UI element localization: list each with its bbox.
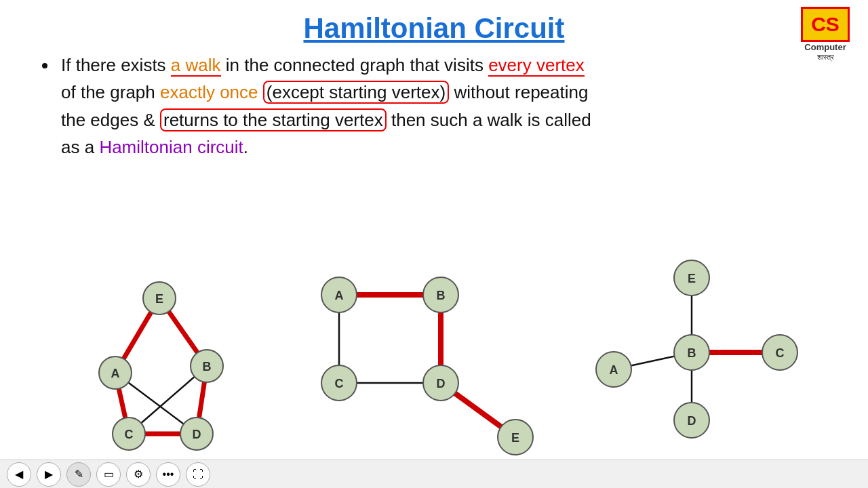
page-title: Hamiltonian Circuit bbox=[303, 12, 564, 44]
svg-text:D: D bbox=[437, 377, 446, 390]
logo-shastra: शास्त्र bbox=[817, 53, 834, 62]
logo-cs-text: CS bbox=[811, 13, 840, 36]
svg-text:A: A bbox=[335, 289, 344, 302]
next-button[interactable]: ▶ bbox=[37, 462, 61, 487]
graph2: A B C D E bbox=[285, 241, 542, 458]
pen-button[interactable]: ✎ bbox=[66, 462, 91, 487]
screen-button[interactable]: ⛶ bbox=[186, 462, 210, 487]
svg-text:E: E bbox=[511, 431, 519, 445]
svg-text:B: B bbox=[688, 346, 696, 360]
graph3: E B A C D bbox=[576, 247, 814, 458]
highlight-every-vertex: every vertex bbox=[488, 55, 585, 77]
box-except-starting: (except starting vertex) bbox=[263, 81, 449, 104]
slide-icon: ▭ bbox=[104, 468, 114, 481]
prev-button[interactable]: ◀ bbox=[7, 462, 31, 487]
svg-text:C: C bbox=[335, 377, 344, 390]
svg-text:A: A bbox=[111, 367, 120, 380]
highlight-hamiltonian: Hamiltonian circuit bbox=[99, 137, 243, 157]
settings-button[interactable]: ⚙ bbox=[126, 462, 151, 487]
more-icon: ••• bbox=[163, 468, 174, 481]
svg-text:B: B bbox=[203, 360, 212, 373]
svg-text:E: E bbox=[155, 292, 163, 306]
svg-text:C: C bbox=[125, 428, 134, 441]
prev-icon: ◀ bbox=[15, 468, 23, 481]
pen-icon: ✎ bbox=[75, 468, 83, 481]
logo-box: CS bbox=[801, 7, 850, 42]
graph1: E A B C D bbox=[54, 261, 264, 458]
svg-text:E: E bbox=[688, 272, 696, 285]
settings-icon: ⚙ bbox=[134, 468, 143, 481]
svg-text:D: D bbox=[688, 414, 696, 428]
next-icon: ▶ bbox=[45, 468, 53, 481]
toolbar: ◀ ▶ ✎ ▭ ⚙ ••• ⛶ bbox=[0, 460, 868, 488]
logo: CS Computer शास्त्र bbox=[795, 7, 856, 68]
svg-text:B: B bbox=[437, 289, 446, 302]
svg-text:A: A bbox=[610, 363, 618, 377]
more-button[interactable]: ••• bbox=[156, 462, 180, 487]
slide-button[interactable]: ▭ bbox=[96, 462, 121, 487]
logo-computer: Computer bbox=[804, 42, 846, 53]
bullet-text: If there exists a walk in the connected … bbox=[37, 52, 831, 161]
title-area: Hamiltonian Circuit bbox=[0, 0, 868, 45]
graphs-area: E A B C D A B bbox=[34, 241, 854, 458]
highlight-walk: a walk bbox=[171, 55, 221, 77]
svg-text:D: D bbox=[193, 428, 201, 441]
screen-icon: ⛶ bbox=[193, 468, 203, 481]
content-area: If there exists a walk in the connected … bbox=[0, 45, 868, 161]
svg-text:C: C bbox=[776, 346, 785, 360]
box-returns-starting: returns to the starting vertex bbox=[160, 108, 387, 131]
highlight-exactly-once: exactly once bbox=[160, 82, 258, 102]
